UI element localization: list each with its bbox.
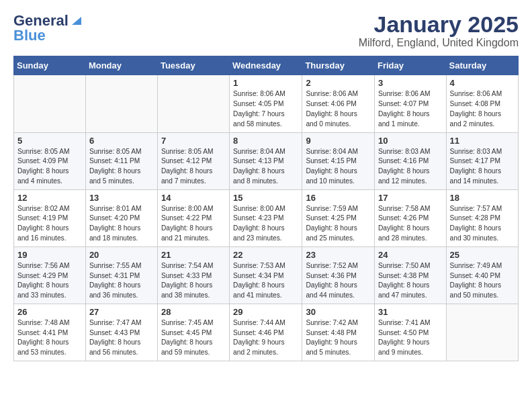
cell-info-text: Sunrise: 8:06 AMSunset: 4:06 PMDaylight:… xyxy=(306,89,371,129)
cell-info-text: Sunrise: 7:56 AMSunset: 4:29 PMDaylight:… xyxy=(17,261,82,301)
calendar-cell xyxy=(446,304,518,361)
cell-day-number: 15 xyxy=(233,193,298,203)
calendar-cell: 9Sunrise: 8:04 AMSunset: 4:15 PMDaylight… xyxy=(302,132,375,189)
calendar-cell: 22Sunrise: 7:53 AMSunset: 4:34 PMDayligh… xyxy=(230,246,302,304)
calendar-cell xyxy=(157,75,229,132)
cell-info-text: Sunrise: 8:00 AMSunset: 4:22 PMDaylight:… xyxy=(161,204,226,244)
calendar-cell: 12Sunrise: 8:02 AMSunset: 4:19 PMDayligh… xyxy=(14,189,86,246)
header-saturday: Saturday xyxy=(446,56,518,75)
calendar-cell: 3Sunrise: 8:06 AMSunset: 4:07 PMDaylight… xyxy=(374,75,446,132)
calendar-cell: 4Sunrise: 8:06 AMSunset: 4:08 PMDaylight… xyxy=(446,75,518,132)
cell-info-text: Sunrise: 7:49 AMSunset: 4:40 PMDaylight:… xyxy=(450,261,515,301)
calendar-cell: 17Sunrise: 7:58 AMSunset: 4:26 PMDayligh… xyxy=(374,189,446,246)
cell-info-text: Sunrise: 7:44 AMSunset: 4:46 PMDaylight:… xyxy=(233,318,298,358)
cell-day-number: 30 xyxy=(306,307,371,317)
cell-day-number: 11 xyxy=(450,136,515,146)
cell-day-number: 26 xyxy=(17,307,82,317)
cell-day-number: 4 xyxy=(450,78,515,88)
calendar-week-2: 5Sunrise: 8:05 AMSunset: 4:09 PMDaylight… xyxy=(14,132,519,189)
cell-day-number: 22 xyxy=(233,250,298,260)
calendar-cell: 30Sunrise: 7:42 AMSunset: 4:48 PMDayligh… xyxy=(302,304,375,361)
cell-info-text: Sunrise: 8:03 AMSunset: 4:17 PMDaylight:… xyxy=(450,147,515,187)
cell-day-number: 12 xyxy=(17,193,82,203)
cell-day-number: 2 xyxy=(306,78,371,88)
cell-day-number: 10 xyxy=(378,136,443,146)
cell-day-number: 5 xyxy=(17,136,82,146)
calendar-cell: 23Sunrise: 7:52 AMSunset: 4:36 PMDayligh… xyxy=(302,246,375,304)
calendar-cell: 10Sunrise: 8:03 AMSunset: 4:16 PMDayligh… xyxy=(374,132,446,189)
calendar-header-row: Sunday Monday Tuesday Wednesday Thursday… xyxy=(14,56,519,75)
cell-info-text: Sunrise: 8:03 AMSunset: 4:16 PMDaylight:… xyxy=(378,147,443,187)
calendar-cell: 7Sunrise: 8:05 AMSunset: 4:12 PMDaylight… xyxy=(157,132,229,189)
calendar-cell: 2Sunrise: 8:06 AMSunset: 4:06 PMDaylight… xyxy=(302,75,375,132)
logo: General Blue xyxy=(13,12,81,44)
calendar-subtitle: Milford, England, United Kingdom xyxy=(359,37,519,49)
calendar-week-4: 19Sunrise: 7:56 AMSunset: 4:29 PMDayligh… xyxy=(14,246,519,304)
cell-info-text: Sunrise: 8:06 AMSunset: 4:05 PMDaylight:… xyxy=(233,89,298,129)
header-friday: Friday xyxy=(374,56,446,75)
cell-info-text: Sunrise: 8:05 AMSunset: 4:09 PMDaylight:… xyxy=(17,147,82,187)
calendar-cell xyxy=(14,75,86,132)
cell-day-number: 3 xyxy=(378,78,443,88)
calendar-table: Sunday Monday Tuesday Wednesday Thursday… xyxy=(13,56,519,361)
cell-info-text: Sunrise: 7:57 AMSunset: 4:28 PMDaylight:… xyxy=(450,204,515,244)
cell-day-number: 14 xyxy=(161,193,226,203)
calendar-cell: 6Sunrise: 8:05 AMSunset: 4:11 PMDaylight… xyxy=(85,132,157,189)
calendar-cell: 20Sunrise: 7:55 AMSunset: 4:31 PMDayligh… xyxy=(85,246,157,304)
logo-triangle-icon xyxy=(69,14,81,26)
calendar-cell: 27Sunrise: 7:47 AMSunset: 4:43 PMDayligh… xyxy=(85,304,157,361)
title-block: January 2025 Milford, England, United Ki… xyxy=(359,12,519,49)
calendar-week-5: 26Sunrise: 7:48 AMSunset: 4:41 PMDayligh… xyxy=(14,304,519,361)
calendar-cell: 19Sunrise: 7:56 AMSunset: 4:29 PMDayligh… xyxy=(14,246,86,304)
cell-info-text: Sunrise: 7:55 AMSunset: 4:31 PMDaylight:… xyxy=(89,261,154,301)
calendar-cell: 21Sunrise: 7:54 AMSunset: 4:33 PMDayligh… xyxy=(157,246,229,304)
cell-day-number: 31 xyxy=(378,307,443,317)
cell-info-text: Sunrise: 7:53 AMSunset: 4:34 PMDaylight:… xyxy=(233,261,298,301)
calendar-week-3: 12Sunrise: 8:02 AMSunset: 4:19 PMDayligh… xyxy=(14,189,519,246)
cell-day-number: 29 xyxy=(233,307,298,317)
cell-info-text: Sunrise: 7:41 AMSunset: 4:50 PMDaylight:… xyxy=(378,318,443,358)
cell-info-text: Sunrise: 8:00 AMSunset: 4:23 PMDaylight:… xyxy=(233,204,298,244)
cell-info-text: Sunrise: 7:58 AMSunset: 4:26 PMDaylight:… xyxy=(378,204,443,244)
cell-day-number: 25 xyxy=(450,250,515,260)
logo-blue-text: Blue xyxy=(13,27,46,44)
cell-day-number: 6 xyxy=(89,136,154,146)
cell-info-text: Sunrise: 7:47 AMSunset: 4:43 PMDaylight:… xyxy=(89,318,154,358)
calendar-cell: 18Sunrise: 7:57 AMSunset: 4:28 PMDayligh… xyxy=(446,189,518,246)
cell-day-number: 21 xyxy=(161,250,226,260)
header-thursday: Thursday xyxy=(302,56,375,75)
cell-info-text: Sunrise: 7:50 AMSunset: 4:38 PMDaylight:… xyxy=(378,261,443,301)
calendar-cell: 8Sunrise: 8:04 AMSunset: 4:13 PMDaylight… xyxy=(230,132,302,189)
cell-info-text: Sunrise: 7:42 AMSunset: 4:48 PMDaylight:… xyxy=(306,318,371,358)
calendar-cell: 1Sunrise: 8:06 AMSunset: 4:05 PMDaylight… xyxy=(230,75,302,132)
cell-day-number: 9 xyxy=(306,136,371,146)
cell-day-number: 8 xyxy=(233,136,298,146)
cell-day-number: 16 xyxy=(306,193,371,203)
cell-info-text: Sunrise: 8:05 AMSunset: 4:11 PMDaylight:… xyxy=(89,147,154,187)
cell-info-text: Sunrise: 7:59 AMSunset: 4:25 PMDaylight:… xyxy=(306,204,371,244)
cell-day-number: 27 xyxy=(89,307,154,317)
cell-day-number: 1 xyxy=(233,78,298,88)
cell-day-number: 19 xyxy=(17,250,82,260)
calendar-cell: 5Sunrise: 8:05 AMSunset: 4:09 PMDaylight… xyxy=(14,132,86,189)
header-tuesday: Tuesday xyxy=(157,56,229,75)
cell-day-number: 28 xyxy=(161,307,226,317)
cell-info-text: Sunrise: 8:04 AMSunset: 4:13 PMDaylight:… xyxy=(233,147,298,187)
cell-info-text: Sunrise: 7:45 AMSunset: 4:45 PMDaylight:… xyxy=(161,318,226,358)
header-sunday: Sunday xyxy=(14,56,86,75)
calendar-title: January 2025 xyxy=(359,12,519,37)
calendar-cell xyxy=(85,75,157,132)
cell-info-text: Sunrise: 8:05 AMSunset: 4:12 PMDaylight:… xyxy=(161,147,226,187)
calendar-cell: 14Sunrise: 8:00 AMSunset: 4:22 PMDayligh… xyxy=(157,189,229,246)
calendar-wrapper: Sunday Monday Tuesday Wednesday Thursday… xyxy=(0,56,532,368)
svg-marker-0 xyxy=(72,17,81,25)
calendar-cell: 11Sunrise: 8:03 AMSunset: 4:17 PMDayligh… xyxy=(446,132,518,189)
cell-info-text: Sunrise: 8:01 AMSunset: 4:20 PMDaylight:… xyxy=(89,204,154,244)
calendar-cell: 13Sunrise: 8:01 AMSunset: 4:20 PMDayligh… xyxy=(85,189,157,246)
cell-info-text: Sunrise: 8:02 AMSunset: 4:19 PMDaylight:… xyxy=(17,204,82,244)
cell-day-number: 23 xyxy=(306,250,371,260)
calendar-cell: 16Sunrise: 7:59 AMSunset: 4:25 PMDayligh… xyxy=(302,189,375,246)
header: General Blue January 2025 Milford, Engla… xyxy=(0,0,532,56)
cell-day-number: 13 xyxy=(89,193,154,203)
calendar-cell: 31Sunrise: 7:41 AMSunset: 4:50 PMDayligh… xyxy=(374,304,446,361)
